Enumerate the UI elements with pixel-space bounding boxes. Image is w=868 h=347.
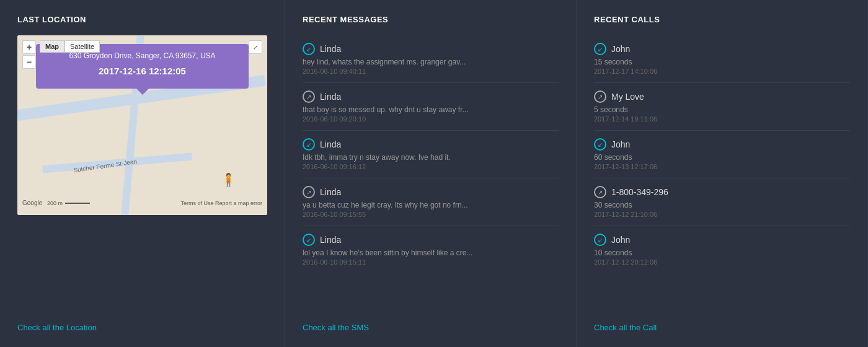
outgoing-call-icon: ↗	[594, 186, 606, 198]
call-duration: 10 seconds	[594, 248, 830, 257]
call-timestamp: 2017-12-12 21:10:06	[594, 211, 850, 218]
message-timestamp: 2016-06-10 09:40:11	[303, 68, 559, 75]
contact-name: John	[611, 235, 630, 245]
map-person-marker: 🧍	[221, 172, 236, 187]
call-item: ↙ John 15 seconds 2017-12-17 14:10:06	[594, 35, 850, 83]
map-zoom-out[interactable]: −	[22, 55, 36, 69]
message-item: ↙ Linda hey lind, whats the assignment m…	[303, 35, 559, 83]
message-sender-name: ↙ Linda	[303, 43, 559, 55]
map-expand-button[interactable]: ⤢	[249, 40, 262, 54]
call-item: ↙ John 10 seconds 2017-12-12 20:12:06	[594, 226, 850, 273]
message-sender-name: ↙ Linda	[303, 234, 559, 246]
sender-name: Linda	[320, 187, 341, 197]
call-timestamp: 2017-12-14 19:11:06	[594, 115, 850, 123]
map-terms: Terms of Use Report a map error	[180, 200, 262, 206]
map-scale: 200 m	[47, 200, 90, 206]
check-location-link[interactable]: Check all the Location	[17, 323, 267, 332]
recent-calls-panel: RECENT CALLS ↙ John 15 seconds 2017-12-1…	[577, 0, 868, 347]
map-zoom-in[interactable]: +	[22, 40, 36, 54]
message-text: Idk tbh, imma try n stay away now. Ive h…	[303, 153, 538, 162]
map-type-satellite[interactable]: Satellite	[64, 40, 100, 53]
map-type-map[interactable]: Map	[40, 40, 64, 53]
recent-messages-panel: RECENT MESSAGES ↙ Linda hey lind, whats …	[285, 0, 577, 347]
incoming-call-icon: ↙	[594, 138, 606, 151]
call-duration: 15 seconds	[594, 58, 830, 66]
expand-icon: ⤢	[253, 44, 258, 51]
contact-name: 1-800-349-296	[611, 187, 668, 197]
scale-bar	[65, 203, 90, 204]
message-text: hey lind, whats the assignment ms. grang…	[303, 58, 538, 66]
scale-label: 200 m	[47, 200, 63, 206]
message-timestamp: 2016-06-10 09:16:12	[303, 163, 559, 170]
message-item: ↗ Linda ya u betta cuz he legit cray. It…	[303, 178, 559, 226]
call-contact-name: ↙ John	[594, 234, 850, 246]
call-item: ↙ John 60 seconds 2017-12-13 12:17:06	[594, 131, 850, 178]
sender-name: Linda	[320, 235, 341, 245]
contact-name: John	[611, 44, 630, 54]
call-duration: 5 seconds	[594, 105, 830, 114]
incoming-icon: ↙	[303, 234, 315, 246]
call-timestamp: 2017-12-13 12:17:06	[594, 163, 850, 170]
message-text: ya u betta cuz he legit cray. Its why he…	[303, 201, 538, 209]
contact-name: My Love	[611, 92, 644, 102]
last-location-title: LAST LOCATION	[17, 15, 267, 24]
sender-name: Linda	[320, 92, 341, 102]
message-item: ↙ Linda lol yea I know he's been sittin …	[303, 226, 559, 273]
message-item: ↗ Linda that boy is so messed up. why dn…	[303, 83, 559, 131]
check-sms-link[interactable]: Check all the SMS	[303, 323, 559, 332]
recent-calls-title: RECENT CALLS	[594, 15, 850, 24]
message-sender-name: ↙ Linda	[303, 138, 559, 151]
call-timestamp: 2017-12-17 14:10:06	[594, 68, 850, 75]
message-timestamp: 2016-06-10 09:20:10	[303, 115, 559, 123]
map-google-label: Google	[22, 200, 42, 206]
call-item: ↗ My Love 5 seconds 2017-12-14 19:11:06	[594, 83, 850, 131]
outgoing-call-icon: ↗	[594, 90, 606, 103]
message-timestamp: 2016-06-10 09:15:11	[303, 258, 559, 266]
call-duration: 30 seconds	[594, 201, 830, 209]
last-location-panel: LAST LOCATION Sutcher Ferme St-Jean 630 …	[0, 0, 285, 347]
incoming-call-icon: ↙	[594, 43, 606, 55]
call-contact-name: ↙ John	[594, 138, 850, 151]
map-type-selector: Map Satellite	[40, 40, 100, 53]
map-zoom-controls: + −	[22, 40, 36, 69]
check-calls-link[interactable]: Check all the Call	[594, 323, 850, 332]
call-item: ↗ 1-800-349-296 30 seconds 2017-12-12 21…	[594, 178, 850, 226]
recent-messages-title: RECENT MESSAGES	[303, 15, 559, 24]
message-item: ↙ Linda Idk tbh, imma try n stay away no…	[303, 131, 559, 178]
incoming-call-icon: ↙	[594, 234, 606, 246]
outgoing-icon: ↗	[303, 186, 315, 198]
sender-name: Linda	[320, 44, 341, 54]
incoming-icon: ↙	[303, 138, 315, 151]
call-contact-name: ↙ John	[594, 43, 850, 55]
message-sender-name: ↗ Linda	[303, 186, 559, 198]
map-container: Sutcher Ferme St-Jean 630 Groydon Drive,…	[17, 35, 267, 215]
message-sender-name: ↗ Linda	[303, 90, 559, 103]
call-contact-name: ↗ 1-800-349-296	[594, 186, 850, 198]
messages-list: ↙ Linda hey lind, whats the assignment m…	[303, 35, 559, 273]
call-contact-name: ↗ My Love	[594, 90, 850, 103]
calls-list: ↙ John 15 seconds 2017-12-17 14:10:06 ↗ …	[594, 35, 850, 273]
call-timestamp: 2017-12-12 20:12:06	[594, 258, 850, 266]
message-text: that boy is so messed up. why dnt u stay…	[303, 105, 538, 114]
map-datetime: 2017-12-16 12:12:05	[45, 64, 240, 79]
sender-name: Linda	[320, 139, 341, 149]
outgoing-icon: ↗	[303, 90, 315, 103]
message-timestamp: 2016-06-10 09:15:55	[303, 211, 559, 218]
incoming-icon: ↙	[303, 43, 315, 55]
contact-name: John	[611, 139, 630, 149]
call-duration: 60 seconds	[594, 153, 830, 162]
message-text: lol yea I know he's been sittin by himse…	[303, 248, 538, 257]
